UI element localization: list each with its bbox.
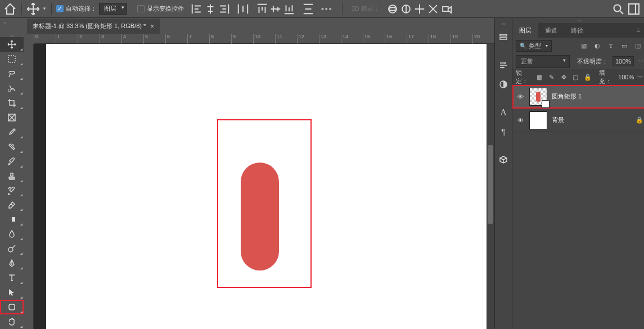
collapse-notch-icon[interactable]: ›› [3, 20, 6, 25]
layer-name[interactable]: 圆角矩形 1 [552, 92, 582, 101]
visibility-toggle-icon[interactable]: 👁 [516, 93, 525, 100]
filter-kind-select[interactable]: 🔍 类型 [516, 40, 552, 52]
vertical-scrollbar[interactable] [487, 44, 494, 329]
align-hcenter-icon[interactable] [204, 3, 217, 15]
workspace-layout-icon[interactable] [627, 2, 641, 16]
slide-3d-icon[interactable] [427, 3, 439, 15]
fill-chevron-icon[interactable]: ﹀ [637, 73, 643, 82]
quick-select-tool[interactable] [0, 81, 24, 96]
lock-artboard-icon[interactable]: ▢ [571, 74, 580, 81]
gradient-tool[interactable] [0, 212, 24, 227]
tab-channels[interactable]: 通道 [538, 23, 564, 38]
svg-point-6 [8, 89, 11, 92]
history-panel-icon[interactable] [495, 29, 512, 46]
ruler-tick: 1 [56, 34, 78, 44]
horizontal-ruler[interactable]: 0123456789101112131415161718192021 [34, 34, 494, 44]
close-tab-icon[interactable]: × [150, 22, 154, 30]
hand-tool[interactable] [0, 314, 24, 329]
lock-all-icon[interactable]: 🔒 [583, 74, 592, 81]
svg-point-0 [389, 5, 397, 13]
brush-tool[interactable] [0, 154, 24, 169]
fill-value[interactable]: 100% [618, 74, 634, 80]
marquee-tool[interactable] [0, 52, 24, 66]
eraser-tool[interactable] [0, 197, 24, 212]
auto-select-checkbox[interactable]: ✓ [56, 5, 64, 12]
scrollbar-thumb[interactable] [488, 145, 493, 224]
type-tool[interactable] [0, 271, 24, 285]
lock-image-icon[interactable]: ✎ [547, 74, 556, 81]
align-top-icon[interactable] [256, 3, 268, 15]
home-button[interactable] [3, 2, 17, 16]
tab-layers[interactable]: 图层 [512, 23, 538, 38]
properties-panel-icon[interactable] [495, 57, 512, 74]
stamp-tool[interactable] [0, 169, 24, 183]
visibility-toggle-icon[interactable]: 👁 [516, 117, 525, 124]
character-panel-icon[interactable]: A [495, 104, 512, 121]
3d-panel-icon[interactable] [495, 151, 512, 168]
path-select-tool[interactable] [0, 285, 24, 300]
distribute-h-icon[interactable] [237, 3, 249, 15]
ruler-tick: 0 [34, 34, 56, 44]
opacity-chevron-icon[interactable]: ﹀ [638, 58, 643, 65]
align-vcenter-icon[interactable] [269, 3, 282, 15]
align-right-icon[interactable] [218, 3, 230, 15]
vertical-ruler[interactable] [24, 44, 34, 329]
crop-tool[interactable] [0, 96, 24, 110]
document-tab[interactable]: 未标题-1 @ 33.3% (圆角矩形 1, RGB/8) * × [27, 19, 160, 34]
eyedropper-tool[interactable] [0, 125, 24, 139]
mode3d-icons [386, 3, 453, 15]
rounded-rectangle-shape[interactable] [241, 163, 279, 271]
filter-smart-icon[interactable]: ◫ [632, 42, 643, 49]
pan-3d-icon[interactable] [413, 3, 426, 15]
frame-tool[interactable] [0, 110, 24, 125]
roll-3d-icon[interactable] [400, 3, 412, 15]
svg-rect-9 [8, 217, 12, 222]
layer-thumbnail[interactable] [529, 111, 547, 129]
ruler-tick: 13 [319, 34, 341, 44]
lasso-tool[interactable] [0, 66, 24, 81]
show-transform-label: 显示变换控件 [147, 4, 184, 13]
filter-shape-icon[interactable]: ▭ [619, 42, 630, 49]
align-group-4 [302, 3, 314, 15]
auto-select-target-select[interactable]: 图层 [99, 3, 127, 15]
lock-transparent-icon[interactable]: ▩ [535, 74, 543, 81]
move-tool[interactable] [0, 37, 24, 52]
blur-tool[interactable] [0, 227, 24, 241]
opacity-value[interactable]: 100% [613, 56, 634, 66]
zoom-3d-icon[interactable] [440, 3, 453, 15]
paragraph-panel-icon[interactable]: ¶ [495, 123, 512, 140]
layer-row[interactable]: 👁 圆角矩形 1 [512, 85, 644, 109]
lock-position-icon[interactable]: ✥ [559, 74, 568, 81]
canvas-viewport[interactable] [34, 44, 494, 329]
ruler-tick: 18 [429, 34, 451, 44]
dodge-tool[interactable] [0, 241, 24, 256]
ruler-tick: 12 [297, 34, 319, 44]
layer-row[interactable]: 👁 背景 🔒 [512, 109, 644, 132]
show-transform-checkbox[interactable] [137, 5, 145, 12]
filter-adjust-icon[interactable]: ◐ [592, 42, 603, 49]
healing-tool[interactable] [0, 139, 24, 154]
pen-tool[interactable] [0, 256, 24, 271]
tab-paths[interactable]: 路径 [564, 23, 590, 38]
vector-mask-thumbnail[interactable] [542, 100, 550, 108]
canvas-page[interactable] [46, 44, 487, 329]
orbit-3d-icon[interactable] [386, 3, 399, 15]
history-brush-tool[interactable] [0, 183, 24, 198]
filter-type-icon[interactable]: T [605, 42, 616, 49]
panel-menu-icon[interactable]: ≡ [630, 23, 644, 38]
more-options-icon[interactable]: ••• [321, 4, 333, 13]
align-left-icon[interactable] [191, 3, 203, 15]
adjustments-panel-icon[interactable] [495, 76, 512, 93]
search-icon[interactable] [611, 2, 625, 16]
blend-mode-select[interactable]: 正常 [516, 55, 570, 68]
tool-options-arrow-icon[interactable]: ▼ [42, 6, 47, 11]
ruler-origin[interactable] [24, 34, 34, 44]
document-tab-title: 未标题-1 @ 33.3% (圆角矩形 1, RGB/8) * [33, 22, 146, 30]
align-bottom-icon[interactable] [283, 3, 295, 15]
svg-rect-4 [629, 4, 639, 14]
filter-pixel-icon[interactable]: ▧ [578, 42, 589, 49]
distribute-v-icon[interactable] [302, 3, 314, 15]
shape-tool[interactable] [0, 300, 24, 314]
ruler-tick: 20 [472, 34, 494, 44]
layer-name[interactable]: 背景 [552, 116, 564, 124]
